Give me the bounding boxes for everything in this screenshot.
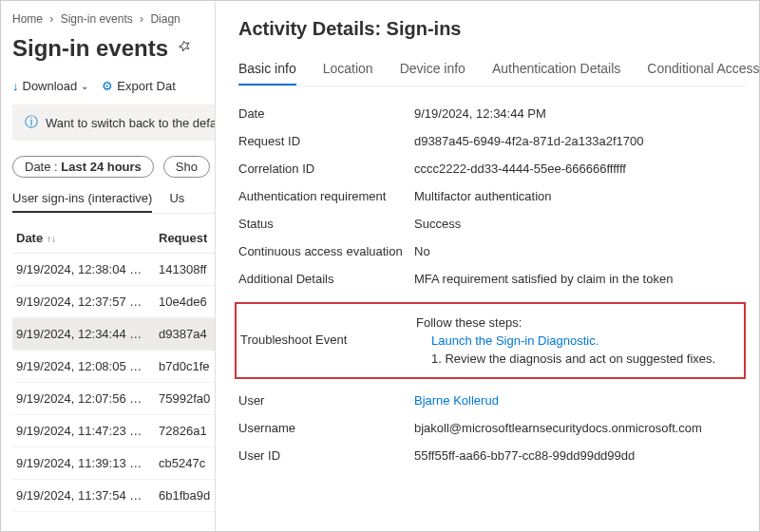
cell-date: 9/19/2024, 11:47:23 … (16, 424, 159, 438)
download-icon: ↓ (12, 79, 19, 93)
label-user-id: User ID (238, 448, 414, 463)
settings-icon: ⚙ (102, 79, 113, 93)
sort-icon: ↑↓ (47, 234, 56, 244)
launch-diagnostic-link[interactable]: Launch the Sign-in Diagnostic. (431, 333, 715, 348)
label-troubleshoot: Troubleshoot Event (237, 312, 416, 347)
sub-tabs: User sign-ins (interactive) Us (12, 191, 215, 214)
label-username: Username (238, 421, 414, 435)
breadcrumb: Home › Sign-in events › Diagn (12, 12, 215, 26)
cell-date: 9/19/2024, 12:38:04 … (16, 262, 159, 276)
cell-date: 9/19/2024, 12:34:44 … (16, 327, 159, 341)
table-row[interactable]: 9/19/2024, 11:47:23 …72826a1 (12, 415, 215, 447)
tab-authentication-details[interactable]: Authentication Details (492, 61, 620, 86)
info-text: Want to switch back to the defa (46, 116, 215, 130)
breadcrumb-signin[interactable]: Sign-in events (61, 12, 133, 26)
date-filter-pill[interactable]: Date : Last 24 hours (12, 156, 154, 178)
left-pane: Home › Sign-in events › Diagn Sign-in ev… (1, 1, 215, 531)
label-request-id: Request ID (238, 134, 414, 148)
value-request-id: d9387a45-6949-4f2a-871d-2a133a2f1700 (414, 134, 643, 148)
table-row[interactable]: 9/19/2024, 12:38:04 …141308ff (12, 254, 215, 286)
label-correlation-id: Correlation ID (238, 162, 414, 176)
cell-request: d9387a4 (159, 327, 211, 341)
table-row[interactable]: 9/19/2024, 11:37:54 …6b1fba9d (12, 480, 215, 512)
label-status: Status (238, 217, 414, 231)
label-date: Date (238, 106, 414, 121)
table-row[interactable]: 9/19/2024, 12:34:44 …d9387a4 (12, 318, 215, 351)
label-auth-requirement: Authentication requirement (238, 189, 414, 203)
value-user-link[interactable]: Bjarne Kollerud (414, 393, 499, 408)
cell-request: b7d0c1fe (159, 359, 211, 373)
troubleshoot-step-1: 1. Review the diagnosis and act on sugge… (431, 352, 715, 366)
troubleshoot-steps: Follow these steps: Launch the Sign-in D… (416, 312, 715, 370)
table-row[interactable]: 9/19/2024, 11:39:13 …cb5247c (12, 447, 215, 480)
label-additional-details: Additional Details (238, 272, 414, 286)
cell-request: 10e4de6 (159, 294, 211, 309)
value-auth-requirement: Multifactor authentication (414, 189, 552, 203)
value-user-id: 55ff55ff-aa66-bb77-cc88-99dd99dd99dd (414, 448, 635, 463)
value-date: 9/19/2024, 12:34:44 PM (414, 106, 546, 121)
more-filter-pill[interactable]: Sho (163, 156, 210, 178)
info-banner: ⓘ Want to switch back to the defa (12, 104, 215, 141)
tab-conditional-access[interactable]: Conditional Access (647, 61, 759, 86)
label-user: User (238, 393, 414, 408)
page-title: Sign-in events (12, 35, 215, 62)
cell-request: 6b1fba9d (159, 488, 211, 503)
chevron-down-icon: ⌄ (81, 81, 88, 91)
tab-user-signins-interactive[interactable]: User sign-ins (interactive) (12, 191, 152, 213)
cell-request: 72826a1 (159, 424, 211, 438)
troubleshoot-highlight: Troubleshoot Event Follow these steps: L… (235, 302, 746, 379)
table-row[interactable]: 9/19/2024, 12:07:56 …75992fa0 (12, 383, 215, 415)
breadcrumb-home[interactable]: Home (12, 12, 43, 26)
cell-date: 9/19/2024, 12:08:05 … (16, 359, 159, 373)
value-cae: No (414, 244, 430, 258)
cell-request: 75992fa0 (159, 391, 211, 406)
filter-row: Date : Last 24 hours Sho (12, 156, 215, 178)
detail-tabs: Basic infoLocationDevice infoAuthenticat… (238, 61, 746, 86)
info-icon: ⓘ (25, 114, 38, 131)
col-header-date[interactable]: Date↑↓ (16, 231, 159, 245)
download-button[interactable]: ↓ Download ⌄ (12, 79, 88, 93)
grid-body: 9/19/2024, 12:38:04 …141308ff9/19/2024, … (12, 254, 215, 512)
cell-date: 9/19/2024, 11:39:13 … (16, 456, 159, 470)
toolbar: ↓ Download ⌄ ⚙ Export Dat (12, 79, 215, 93)
chevron-right-icon: › (140, 12, 143, 26)
label-cae: Continuous access evaluation (238, 244, 414, 258)
cell-request: cb5247c (159, 456, 211, 470)
detail-pane: Activity Details: Sign-ins Basic infoLoc… (215, 1, 759, 531)
value-status: Success (414, 217, 461, 231)
tab-device-info[interactable]: Device info (400, 61, 466, 86)
troubleshoot-follow: Follow these steps: (416, 315, 715, 330)
export-button[interactable]: ⚙ Export Dat (102, 79, 175, 93)
cell-date: 9/19/2024, 11:37:54 … (16, 488, 159, 503)
breadcrumb-diag[interactable]: Diagn (150, 12, 180, 26)
detail-title: Activity Details: Sign-ins (238, 18, 746, 40)
value-username: bjakoll@microsoftlearnsecuritydocs.onmic… (414, 421, 702, 435)
cell-request: 141308ff (159, 262, 211, 276)
chevron-right-icon: › (49, 12, 53, 26)
cell-date: 9/19/2024, 12:07:56 … (16, 391, 159, 406)
pin-icon[interactable] (178, 39, 193, 58)
tab-location[interactable]: Location (323, 61, 373, 86)
grid-header: Date↑↓ Request (12, 223, 215, 254)
table-row[interactable]: 9/19/2024, 12:08:05 …b7d0c1fe (12, 351, 215, 383)
cell-date: 9/19/2024, 12:37:57 … (16, 294, 159, 309)
table-row[interactable]: 9/19/2024, 12:37:57 …10e4de6 (12, 286, 215, 318)
value-additional-details: MFA requirement satisfied by claim in th… (414, 272, 673, 286)
col-header-request[interactable]: Request (159, 231, 211, 245)
tab-other[interactable]: Us (169, 191, 184, 213)
value-correlation-id: cccc2222-dd33-4444-55ee-666666ffffff (414, 162, 626, 176)
tab-basic-info[interactable]: Basic info (238, 61, 296, 86)
